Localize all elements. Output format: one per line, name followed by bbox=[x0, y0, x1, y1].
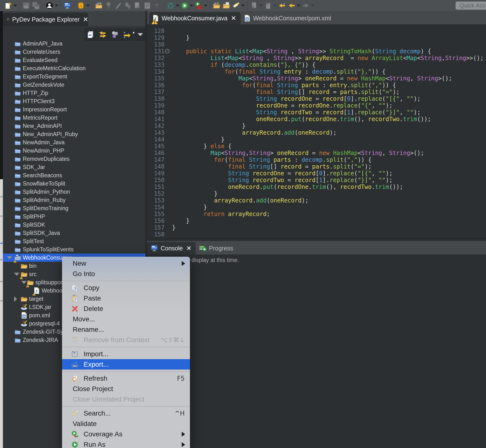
run-green-icon[interactable] bbox=[180, 1, 189, 10]
console-tab-console[interactable]: Console✕ bbox=[147, 242, 195, 255]
folder-open-objects-icon[interactable] bbox=[212, 1, 221, 10]
tree-item-splitadmin-python[interactable]: SplitAdmin_Python bbox=[3, 188, 145, 196]
file-down-icon[interactable] bbox=[250, 1, 258, 10]
new-wizard-icon[interactable] bbox=[4, 1, 12, 10]
close-tab-icon[interactable]: ✕ bbox=[231, 15, 236, 22]
tree-item-http-zip[interactable]: HTTP_Zip bbox=[3, 89, 145, 97]
dropdown-caret-icon[interactable] bbox=[311, 5, 315, 7]
tree-item-metricsreport[interactable]: MetricsReport bbox=[3, 113, 145, 122]
folder-open-clip-icon[interactable] bbox=[222, 1, 230, 10]
tree-item-executemetriccalculation[interactable]: ExecuteMetricCalculation bbox=[3, 64, 145, 72]
tree-item-new-adminapi[interactable]: New_AdminAPI bbox=[3, 122, 145, 130]
dropdown-caret-icon[interactable] bbox=[297, 5, 300, 7]
menu-item-run-as[interactable]: Run As bbox=[62, 439, 190, 448]
code-text[interactable]: } public static List<Map<String , String… bbox=[172, 24, 484, 238]
tree-item-newadmin-java[interactable]: NewAdmin_Java bbox=[3, 138, 145, 146]
tree-item-removeduplicates[interactable]: RemoveDuplicates bbox=[3, 155, 145, 163]
close-tab-icon[interactable]: ✕ bbox=[186, 245, 192, 252]
focus-on-active-task-icon[interactable] bbox=[122, 30, 131, 39]
tree-item-splitphp[interactable]: SplitPHP bbox=[3, 212, 145, 221]
close-view-icon[interactable]: ✕ bbox=[83, 16, 88, 23]
package-explorer-header: PyDev Package Explorer ✕ bbox=[3, 11, 145, 26]
code-area[interactable]: 128 129 130 131 132 133 134 135 136 137 … bbox=[147, 24, 486, 239]
tree-item-exporttosegment[interactable]: ExportToSegment bbox=[3, 72, 145, 81]
collapse-all-icon[interactable] bbox=[87, 30, 95, 39]
forward-icon[interactable] bbox=[302, 1, 310, 10]
menu-item-new[interactable]: New bbox=[62, 258, 190, 269]
tree-item-splitsdk-java[interactable]: SplitSDK_Java bbox=[3, 229, 145, 237]
tree-item-snowflaketosplit[interactable]: SnowflakeToSplit bbox=[3, 179, 145, 188]
chevron-collapsed-icon[interactable] bbox=[14, 296, 17, 302]
tree-item-splunktosplitevents[interactable]: SplunkToSplitEvents bbox=[3, 245, 145, 254]
tree-item-httpclient3[interactable]: HTTPClient3 bbox=[3, 97, 145, 105]
menu-item-search-[interactable]: Search...^H bbox=[62, 408, 190, 418]
dropdown-caret-icon[interactable] bbox=[176, 5, 179, 7]
console-tab-progress[interactable]: Progress bbox=[195, 242, 237, 255]
dropdown-caret-icon[interactable] bbox=[86, 5, 90, 7]
tree-item-getzendeskvote[interactable]: GetZendeskVote bbox=[3, 81, 145, 89]
report-icon[interactable] bbox=[143, 1, 151, 10]
menu-item-coverage-as[interactable]: Coverage As bbox=[62, 429, 190, 439]
file-sync-icon[interactable] bbox=[133, 1, 142, 10]
menu-item-close-project[interactable]: Close Project bbox=[62, 384, 190, 394]
filters-icon[interactable] bbox=[111, 30, 119, 39]
user-icon[interactable] bbox=[45, 1, 54, 10]
tree-item-correlateusers[interactable]: CorrelateUsers bbox=[3, 48, 145, 56]
save-all-icon[interactable] bbox=[32, 1, 40, 10]
fold-marker[interactable]: − bbox=[165, 49, 170, 54]
profile-red-icon[interactable] bbox=[194, 1, 203, 10]
monitor-icon[interactable] bbox=[63, 1, 72, 10]
tree-item-impressionreport[interactable]: ImpressionReport bbox=[3, 105, 145, 113]
editor-tab-webhookconsumer-java[interactable]: JWebhookConsumer.java✕ bbox=[149, 12, 241, 24]
tree-item-splitdemotraining[interactable]: SplitDemoTraining bbox=[3, 204, 145, 212]
menu-item-rename-[interactable]: Rename... bbox=[62, 324, 190, 335]
save-icon[interactable] bbox=[22, 1, 30, 10]
pilcrow-icon[interactable]: ¶ bbox=[153, 1, 161, 10]
dropdown-caret-icon[interactable] bbox=[204, 5, 207, 7]
chevron-expanded-icon[interactable] bbox=[14, 273, 19, 276]
tree-item-splittest[interactable]: SplitTest bbox=[3, 237, 145, 245]
beetle-teal-icon[interactable] bbox=[166, 1, 175, 10]
dropdown-caret-icon[interactable] bbox=[14, 5, 17, 7]
tree-item-newadmin-php[interactable]: NewAdmin_PHP bbox=[3, 146, 145, 155]
menu-item-validate[interactable]: Validate bbox=[62, 418, 190, 429]
menu-item-import-[interactable]: Import... bbox=[62, 349, 190, 359]
tab-pydev-package-explorer[interactable]: PyDev Package Explorer ✕ bbox=[3, 13, 88, 26]
link-with-editor-icon[interactable] bbox=[98, 30, 107, 39]
tree-item-new-adminapi-ruby[interactable]: New_AdminAPI_Ruby bbox=[3, 130, 145, 138]
menu-item-export-[interactable]: Export... bbox=[62, 359, 190, 369]
toolbar-group bbox=[249, 0, 315, 11]
file-up-icon[interactable] bbox=[264, 1, 272, 10]
menu-item-go-into[interactable]: Go Into bbox=[62, 269, 190, 279]
tree-item-evaluateseed[interactable]: EvaluateSeed bbox=[3, 56, 145, 64]
dropdown-caret-icon[interactable] bbox=[273, 5, 277, 7]
dropdown-caret-icon[interactable] bbox=[190, 5, 193, 7]
tree-item-sdk-jar[interactable]: SDK_Jar bbox=[3, 163, 145, 171]
marker-icon[interactable] bbox=[232, 1, 240, 10]
tree-item-splitsdk[interactable]: SplitSDK bbox=[3, 221, 145, 229]
tree-item-searchbeacons[interactable]: SearchBeacons bbox=[3, 171, 145, 179]
menu-item-move-[interactable]: Move... bbox=[62, 314, 190, 324]
dropdown-caret-icon[interactable] bbox=[241, 5, 245, 7]
bugs-icon[interactable] bbox=[124, 1, 132, 10]
pin-icon[interactable]: TC bbox=[105, 1, 113, 10]
menu-item-refresh[interactable]: RefreshF5 bbox=[62, 373, 190, 384]
back-star-icon[interactable] bbox=[278, 1, 286, 10]
tree-item-adminapi-java[interactable]: AdminAPI_Java bbox=[3, 40, 145, 48]
chevron-expanded-icon[interactable] bbox=[7, 256, 12, 259]
menu-item-paste[interactable]: Paste bbox=[62, 293, 190, 304]
dropdown-caret-icon[interactable] bbox=[259, 5, 263, 7]
tree-item-splitadmin-ruby[interactable]: SplitAdmin_Ruby bbox=[3, 196, 145, 204]
dropdown-caret-icon[interactable] bbox=[55, 5, 58, 7]
task-orange-icon[interactable] bbox=[77, 1, 85, 10]
back-icon[interactable] bbox=[288, 1, 296, 10]
menu-item-copy[interactable]: Copy bbox=[62, 283, 190, 293]
pen-icon[interactable] bbox=[114, 1, 122, 10]
removectx-icon bbox=[71, 336, 79, 344]
quick-access-field[interactable]: Quick Access bbox=[455, 1, 486, 10]
folder-objects-icon[interactable] bbox=[95, 1, 103, 10]
view-menu-icon[interactable] bbox=[134, 29, 146, 41]
editor-tab-webhookconsumer-pom-xml[interactable]: MWebhookConsumer/pom.xml bbox=[241, 12, 336, 24]
menu-item-label: Remove from Context bbox=[84, 336, 149, 344]
menu-item-delete[interactable]: Delete bbox=[62, 304, 190, 314]
